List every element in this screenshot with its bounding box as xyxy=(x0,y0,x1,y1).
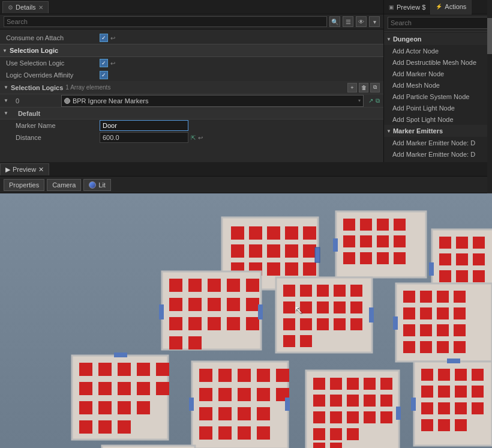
svg-rect-144 xyxy=(330,378,342,390)
camera-button[interactable]: Camera xyxy=(47,179,81,191)
add-marker-emitter-1-item[interactable]: Add Marker Emitter Node: D xyxy=(384,137,492,148)
add-mesh-node-item[interactable]: Add Mesh Node xyxy=(384,79,492,91)
add-array-item-button[interactable]: + xyxy=(347,83,357,92)
add-marker-emitter-2-item[interactable]: Add Marker Emitter Node: D xyxy=(384,148,492,160)
svg-rect-115 xyxy=(118,401,131,414)
svg-rect-44 xyxy=(429,262,434,276)
distance-link-icon[interactable]: ⇱ xyxy=(191,135,196,141)
svg-rect-3 xyxy=(249,226,262,240)
use-selection-reset-icon[interactable]: ↩ xyxy=(110,60,115,67)
duplicate-icon[interactable]: ⧉ xyxy=(376,97,380,104)
svg-rect-107 xyxy=(156,363,169,376)
details-tab-label: Details xyxy=(16,4,36,11)
svg-rect-91 xyxy=(437,307,449,319)
eye-icon[interactable]: 👁 xyxy=(356,16,367,27)
actions-search-bar xyxy=(384,14,492,32)
consume-on-attach-label: Consume on Attach xyxy=(4,34,100,41)
svg-rect-87 xyxy=(437,291,449,303)
marker-emitters-group-header[interactable]: ▼ Marker Emitters xyxy=(384,125,492,137)
svg-rect-90 xyxy=(420,307,432,319)
svg-rect-173 xyxy=(421,402,433,414)
circle-indicator xyxy=(64,98,70,104)
dungeon-triangle: ▼ xyxy=(386,37,391,42)
search-icon[interactable]: 🔍 xyxy=(329,16,340,27)
svg-rect-170 xyxy=(438,386,450,398)
add-spot-light-node-label: Add Spot Light Node xyxy=(392,116,454,123)
svg-rect-57 xyxy=(188,317,202,330)
svg-rect-75 xyxy=(350,301,362,313)
lit-button[interactable]: Lit xyxy=(83,179,111,191)
add-destructible-mesh-node-item[interactable]: Add Destructible Mesh Node xyxy=(384,56,492,68)
preview-section: ▶ Preview ✕ Properties Camera Lit xyxy=(0,162,492,448)
preview-close-icon[interactable]: ✕ xyxy=(38,166,44,174)
svg-rect-59 xyxy=(227,317,240,330)
svg-rect-94 xyxy=(420,324,432,336)
preview-tab[interactable]: ▣ Preview $ xyxy=(384,0,431,14)
svg-rect-141 xyxy=(285,398,290,411)
add-particle-system-node-item[interactable]: Add Particle System Node xyxy=(384,91,492,102)
svg-rect-16 xyxy=(303,262,316,276)
selection-logic-label: Selection Logic xyxy=(10,47,58,54)
svg-rect-177 xyxy=(421,419,433,431)
logic-overrides-checkbox[interactable]: ✓ xyxy=(100,71,108,79)
preview-panel-tab[interactable]: ▶ Preview ✕ xyxy=(0,163,49,175)
svg-rect-76 xyxy=(283,318,295,330)
svg-rect-86 xyxy=(420,291,432,303)
preview-viewport[interactable]: ↖ xyxy=(0,193,492,448)
selection-logic-header[interactable]: ▼ Selection Logic xyxy=(0,44,383,57)
svg-rect-25 xyxy=(377,235,389,247)
use-selection-checkbox[interactable]: ✓ xyxy=(100,59,108,67)
details-search-input[interactable] xyxy=(4,16,327,27)
preview-panel-tab-label: Preview xyxy=(13,166,36,173)
actions-tab[interactable]: ⚡ Actions xyxy=(431,0,472,14)
svg-rect-11 xyxy=(303,244,316,258)
index-zero-row: ▼ 0 BPR Ignore Near Markers ▾ ↗ ⧉ xyxy=(0,94,383,107)
svg-rect-92 xyxy=(454,307,466,319)
svg-rect-70 xyxy=(350,285,362,297)
list-view-icon[interactable]: ☰ xyxy=(343,16,353,27)
consume-checkbox[interactable]: ✓ xyxy=(100,34,108,42)
svg-rect-89 xyxy=(403,307,415,319)
default-sub-header[interactable]: ▼ Default xyxy=(0,107,383,120)
add-spot-light-node-item[interactable]: Add Spot Light Node xyxy=(384,114,492,125)
svg-rect-146 xyxy=(364,378,376,390)
svg-rect-161 xyxy=(313,443,325,448)
svg-rect-78 xyxy=(317,318,329,330)
distance-reset-icon[interactable]: ↩ xyxy=(198,135,203,141)
svg-rect-135 xyxy=(257,407,270,420)
svg-rect-151 xyxy=(364,395,376,407)
svg-rect-133 xyxy=(218,407,232,420)
svg-rect-77 xyxy=(300,318,312,330)
svg-rect-7 xyxy=(231,244,244,258)
properties-button[interactable]: Properties xyxy=(4,179,44,191)
svg-rect-132 xyxy=(199,407,212,420)
svg-rect-125 xyxy=(257,369,270,382)
svg-rect-24 xyxy=(360,235,372,247)
svg-rect-36 xyxy=(439,253,451,265)
actions-search-input[interactable] xyxy=(388,17,488,29)
dungeon-group-label: Dungeon xyxy=(393,35,422,43)
marker-emitters-triangle: ▼ xyxy=(386,129,391,134)
dungeon-group-header[interactable]: ▼ Dungeon xyxy=(384,33,492,45)
delete-array-item-button[interactable]: 🗑 xyxy=(359,83,368,92)
dropdown-select[interactable]: BPR Ignore Near Markers ▾ xyxy=(61,95,364,107)
marker-name-input[interactable] xyxy=(100,120,188,131)
svg-rect-136 xyxy=(199,426,212,440)
dropdown-arrow-icon[interactable]: ▾ xyxy=(369,16,380,27)
add-point-light-node-item[interactable]: Add Point Light Node xyxy=(384,102,492,114)
index-label: 0 xyxy=(11,97,59,104)
svg-rect-39 xyxy=(439,270,451,282)
svg-rect-118 xyxy=(98,420,112,434)
details-close-icon[interactable]: ✕ xyxy=(38,4,43,11)
details-tab[interactable]: ⚙ Details ✕ xyxy=(2,1,49,13)
link-icon[interactable]: ↗ xyxy=(368,97,373,104)
consume-reset-icon[interactable]: ↩ xyxy=(110,35,115,41)
svg-rect-33 xyxy=(439,237,451,249)
dropdown-value: BPR Ignore Near Markers xyxy=(73,97,149,104)
add-marker-node-label: Add Marker Node xyxy=(392,70,444,77)
svg-rect-6 xyxy=(303,226,316,240)
add-marker-node-item[interactable]: Add Marker Node xyxy=(384,68,492,79)
add-actor-node-item[interactable]: Add Actor Node xyxy=(384,45,492,56)
distance-input[interactable] xyxy=(100,132,188,143)
duplicate-array-item-button[interactable]: ⧉ xyxy=(370,83,380,92)
